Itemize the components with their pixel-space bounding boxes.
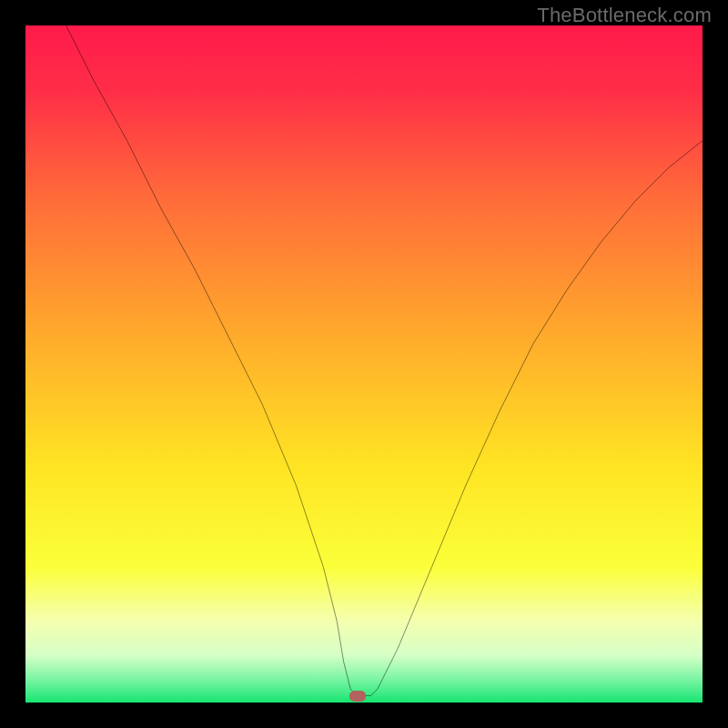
bottleneck-curve xyxy=(25,25,703,703)
watermark-text: TheBottleneck.com xyxy=(537,4,712,27)
plot-area xyxy=(25,25,703,703)
optimum-marker xyxy=(349,691,366,702)
chart-frame: TheBottleneck.com xyxy=(0,0,728,728)
